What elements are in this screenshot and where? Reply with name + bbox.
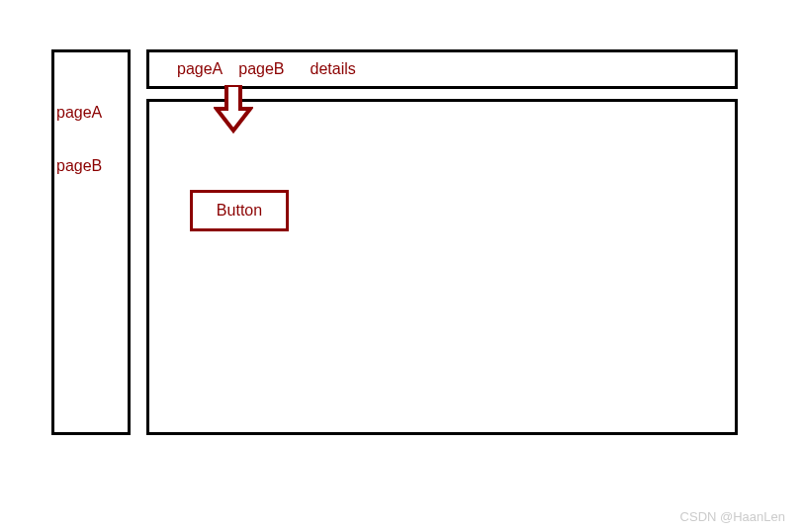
button-label: Button	[217, 202, 262, 220]
content-panel	[146, 99, 738, 435]
breadcrumb-item-page-b[interactable]: pageB	[238, 60, 284, 78]
button[interactable]: Button	[190, 190, 289, 231]
breadcrumb: pageA pageB details	[146, 49, 738, 89]
watermark: CSDN @HaanLen	[680, 509, 785, 524]
breadcrumb-item-details: details	[311, 60, 356, 78]
arrow-down-icon	[214, 85, 253, 134]
sidebar-item-page-b[interactable]: pageB	[54, 153, 128, 179]
breadcrumb-item-page-a[interactable]: pageA	[177, 60, 223, 78]
sidebar: pageA pageB	[51, 49, 131, 435]
sidebar-item-page-a[interactable]: pageA	[54, 100, 128, 126]
